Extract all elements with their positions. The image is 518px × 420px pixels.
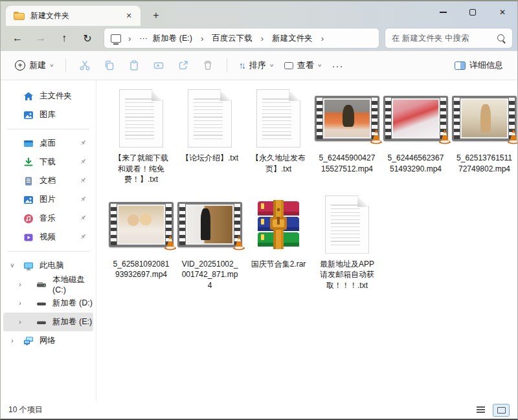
sidebar-item-local-disk-c[interactable]: › 本地磁盘 (C:) xyxy=(3,275,93,294)
sidebar-item-desktop[interactable]: 桌面 xyxy=(3,134,93,153)
sidebar-divider xyxy=(7,129,89,129)
sidebar-item-this-pc[interactable]: ˅ 此电脑 xyxy=(3,256,93,275)
file-item-txt-3[interactable]: 【永久地址发布 页】.txt xyxy=(244,85,313,174)
sidebar-item-music[interactable]: 音乐 xyxy=(3,209,93,228)
chevron-right-icon[interactable]: › xyxy=(7,337,17,344)
items-count: 10 个项目 xyxy=(8,404,43,415)
sidebar-item-drive-d[interactable]: › 新加卷 (D:) xyxy=(3,294,93,313)
search-icon[interactable] xyxy=(497,34,506,43)
file-item-rar[interactable]: 国庆节合集2.rar xyxy=(244,192,313,270)
maximize-button[interactable] xyxy=(458,1,488,23)
pictures-icon xyxy=(23,194,34,205)
file-item-mp4-5[interactable]: VID_20251002_ 001742_871.mp 4 xyxy=(175,192,244,291)
file-name: 5_62581092081 93932697.mp4 xyxy=(113,259,170,280)
sidebar-item-home[interactable]: 主文件夹 xyxy=(3,87,93,105)
chevron-right-icon[interactable]: › xyxy=(15,300,25,307)
toolbar-divider xyxy=(65,58,66,72)
vlc-cone-icon xyxy=(506,127,517,144)
file-name: 5_62445900427 15527512.mp4 xyxy=(319,153,376,174)
status-bar: 10 个项目 xyxy=(1,401,517,419)
breadcrumb-overflow[interactable]: ··· xyxy=(137,32,150,44)
chevron-right-icon[interactable]: › xyxy=(321,34,324,43)
copy-button[interactable] xyxy=(97,55,122,76)
navigation-pane: 主文件夹 图库 桌面 下载 文档 xyxy=(1,80,96,401)
cut-button[interactable] xyxy=(73,55,97,76)
sidebar-item-videos[interactable]: 视频 xyxy=(3,228,93,247)
rename-button[interactable] xyxy=(146,55,171,76)
search-input[interactable] xyxy=(392,34,497,43)
pin-icon xyxy=(80,177,87,184)
sort-button[interactable]: ↑↓ 排序 ˅ xyxy=(234,56,279,75)
sidebar-item-label: 图库 xyxy=(39,109,56,120)
details-view-icon xyxy=(477,406,485,414)
documents-icon xyxy=(23,175,34,186)
tab-new-folder[interactable]: 新建文件夹 ✕ xyxy=(6,6,141,26)
minimize-button[interactable] xyxy=(428,1,458,23)
forward-button[interactable]: → xyxy=(29,28,52,48)
view-button[interactable]: 查看 ˅ xyxy=(279,56,327,75)
chevron-down-icon[interactable]: ˅ xyxy=(7,262,17,269)
chevron-right-icon[interactable]: › xyxy=(201,34,203,43)
file-item-txt-4[interactable]: 最新地址及APP 请发邮箱自动获 取！！！.txt xyxy=(313,192,381,291)
breadcrumb-baidu-download[interactable]: 百度云下载 xyxy=(209,32,255,45)
chevron-right-icon[interactable]: › xyxy=(15,318,25,326)
breadcrumb-drive-e[interactable]: 新加卷 (E:) xyxy=(150,32,195,45)
scissors-icon xyxy=(79,60,91,71)
rename-icon xyxy=(153,60,164,71)
file-item-mp4-4[interactable]: 5_62581092081 93932697.mp4 xyxy=(107,192,175,280)
file-item-mp4-2[interactable]: 5_62446562367 51493290.mp4 xyxy=(381,85,450,174)
sidebar-item-label: 桌面 xyxy=(39,138,56,149)
command-toolbar: + 新建 ˅ ↑↓ 排序 ˅ 查看 ˅ xyxy=(1,50,517,80)
window-header: 新建文件夹 ✕ + ✕ ← → ↑ ↻ › ··· 新加卷 (E:) › 百度云… xyxy=(1,1,517,50)
chevron-right-icon[interactable]: › xyxy=(261,34,264,43)
file-item-txt-1[interactable]: 【来了就能下载 和观看！纯免 费！】.txt xyxy=(107,85,175,185)
back-button[interactable]: ← xyxy=(6,28,29,48)
file-name: VID_20251002_ 001742_871.mp 4 xyxy=(182,259,238,291)
more-options-button[interactable]: ··· xyxy=(327,56,349,75)
chevron-right-icon[interactable]: › xyxy=(128,34,131,43)
breadcrumb-new-folder[interactable]: 新建文件夹 xyxy=(269,32,315,45)
chevron-right-icon[interactable]: › xyxy=(15,281,25,288)
paste-button[interactable] xyxy=(122,55,146,76)
filmstrip-vlc-icon xyxy=(315,96,379,141)
file-item-mp4-3[interactable]: 5_62513761511 72749802.mp4 xyxy=(450,85,517,174)
tab-title: 新建文件夹 xyxy=(30,10,122,21)
vlc-cone-icon xyxy=(231,234,247,250)
new-button[interactable]: + 新建 ˅ xyxy=(10,56,59,75)
icons-view-button[interactable] xyxy=(493,404,510,417)
desktop-icon xyxy=(23,138,34,149)
file-name: 5_62446562367 51493290.mp4 xyxy=(388,153,444,174)
view-icon xyxy=(284,62,293,69)
sidebar-item-gallery[interactable]: 图库 xyxy=(3,105,93,124)
new-tab-button[interactable]: + xyxy=(147,6,165,25)
sidebar-item-downloads[interactable]: 下载 xyxy=(3,153,93,171)
file-item-txt-2[interactable]: 【论坛介绍】.txt xyxy=(175,85,244,164)
up-button[interactable]: ↑ xyxy=(52,28,76,48)
refresh-button[interactable]: ↻ xyxy=(76,28,99,48)
share-button[interactable] xyxy=(171,55,196,76)
toolbar-divider xyxy=(227,58,227,72)
tab-close-icon[interactable]: ✕ xyxy=(122,10,135,23)
delete-button[interactable] xyxy=(196,55,220,76)
sidebar-item-pictures[interactable]: 图片 xyxy=(3,190,93,209)
details-view-button[interactable] xyxy=(472,404,489,417)
details-pane-button[interactable]: 详细信息 xyxy=(449,56,508,75)
sidebar-item-documents[interactable]: 文档 xyxy=(3,171,93,190)
filmstrip-vlc-icon xyxy=(383,96,448,141)
vlc-cone-icon xyxy=(368,127,384,144)
pin-icon xyxy=(80,158,87,165)
file-item-mp4-1[interactable]: 5_62445900427 15527512.mp4 xyxy=(313,85,381,174)
sidebar-item-drive-e[interactable]: › 新加卷 (E:) xyxy=(3,313,93,331)
tab-bar: 新建文件夹 ✕ + ✕ xyxy=(1,1,517,26)
breadcrumb[interactable]: › ··· 新加卷 (E:) › 百度云下载 › 新建文件夹 › xyxy=(104,28,379,48)
vlc-cone-icon xyxy=(163,234,178,250)
chevron-down-icon: ˅ xyxy=(318,63,322,69)
download-icon xyxy=(23,157,34,168)
this-pc-icon[interactable] xyxy=(111,34,121,43)
window-body: 主文件夹 图库 桌面 下载 文档 xyxy=(1,80,517,401)
new-button-label: 新建 xyxy=(29,60,46,71)
close-button[interactable]: ✕ xyxy=(488,1,517,23)
sidebar-item-label: 图片 xyxy=(39,194,56,205)
search-box[interactable] xyxy=(385,28,512,48)
sidebar-item-network[interactable]: › 网络 xyxy=(3,331,93,350)
